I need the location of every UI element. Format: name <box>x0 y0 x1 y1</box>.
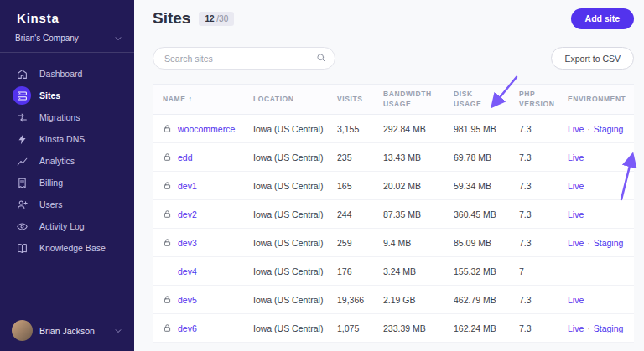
disk-cell: 981.95 MB <box>454 124 519 134</box>
site-name-link[interactable]: dev2 <box>178 209 197 219</box>
sidebar-item-users[interactable]: Users <box>0 194 134 215</box>
app-root: Kinsta Brian's Company Dashboard Sites M… <box>0 0 644 351</box>
main-content: Sites 12 /30 Add site Export to CSV NAME… <box>134 0 644 351</box>
visits-cell: 19,366 <box>337 295 383 305</box>
env-link-staging[interactable]: Staging <box>594 323 624 333</box>
env-link-live[interactable]: Live <box>568 295 584 305</box>
site-name-cell: woocommerce <box>163 124 253 134</box>
bandwidth-cell: 20.02 MB <box>383 181 454 191</box>
sidebar-item-dashboard[interactable]: Dashboard <box>0 63 134 85</box>
visits-cell: 176 <box>337 266 383 276</box>
table-header-row: NAME↑LOCATIONVISITSBANDWIDTH USAGEDISK U… <box>153 84 634 115</box>
disk-cell: 462.79 MB <box>454 295 519 305</box>
location-cell: Iowa (US Central) <box>253 124 337 134</box>
table-body: woocommerce Iowa (US Central) 3,155 292.… <box>153 115 634 343</box>
bandwidth-cell: 9.4 MB <box>383 238 454 248</box>
site-name-link[interactable]: dev3 <box>178 238 197 248</box>
table-row[interactable]: woocommerce Iowa (US Central) 3,155 292.… <box>153 115 634 143</box>
sidebar: Kinsta Brian's Company Dashboard Sites M… <box>0 0 134 351</box>
env-link-live[interactable]: Live <box>568 209 584 219</box>
table-row[interactable]: dev4 Iowa (US Central) 176 3.24 MB 155.3… <box>153 257 634 286</box>
bandwidth-cell: 13.43 MB <box>383 152 454 163</box>
env-separator: · <box>587 323 590 333</box>
sidebar-item-kinsta-dns[interactable]: Kinsta DNS <box>0 128 134 150</box>
table-row[interactable]: dev3 Iowa (US Central) 259 9.4 MB 85.09 … <box>153 229 634 257</box>
environment-cell: Live <box>568 152 634 163</box>
user-menu[interactable]: Brian Jackson <box>0 312 134 351</box>
add-site-button[interactable]: Add site <box>571 8 634 29</box>
env-link-staging[interactable]: Staging <box>594 238 624 248</box>
sidebar-item-label: Dashboard <box>39 69 82 79</box>
search-input[interactable] <box>153 47 335 70</box>
environment-cell: Live·Staging <box>568 124 634 134</box>
environment-cell: Live <box>568 209 634 219</box>
column-header-location[interactable]: LOCATION <box>253 95 337 105</box>
table-row[interactable]: dev5 Iowa (US Central) 19,366 2.19 GB 46… <box>153 286 634 314</box>
location-cell: Iowa (US Central) <box>253 238 337 248</box>
bandwidth-cell: 233.39 MB <box>383 323 454 333</box>
column-header-bandwidth-usage[interactable]: BANDWIDTH USAGE <box>383 90 454 110</box>
location-cell: Iowa (US Central) <box>253 209 337 219</box>
visits-cell: 235 <box>337 152 383 163</box>
php-version-cell: 7.3 <box>519 152 568 163</box>
chevron-down-icon <box>114 327 122 335</box>
site-name-link[interactable]: woocommerce <box>178 124 235 134</box>
table-row[interactable]: dev2 Iowa (US Central) 244 87.35 MB 360.… <box>153 200 634 229</box>
site-name-link[interactable]: dev6 <box>178 323 197 333</box>
search-icon <box>316 53 326 63</box>
column-header-visits[interactable]: VISITS <box>337 95 383 105</box>
disk-cell: 85.09 MB <box>454 238 519 248</box>
sidebar-item-label: Users <box>39 199 62 209</box>
site-name-link[interactable]: edd <box>178 152 193 163</box>
activity-log-icon <box>13 217 31 235</box>
location-cell: Iowa (US Central) <box>253 152 337 163</box>
sidebar-item-migrations[interactable]: Migrations <box>0 106 134 128</box>
sidebar-item-sites[interactable]: Sites <box>0 85 134 106</box>
location-cell: Iowa (US Central) <box>253 323 337 333</box>
bandwidth-cell: 292.84 MB <box>383 124 454 134</box>
sidebar-item-knowledge-base[interactable]: Knowledge Base <box>0 237 134 259</box>
env-link-staging[interactable]: Staging <box>594 124 624 134</box>
visits-cell: 1,075 <box>337 323 383 333</box>
sidebar-item-activity-log[interactable]: Activity Log <box>0 215 134 237</box>
table-row[interactable]: dev1 Iowa (US Central) 165 20.02 MB 59.3… <box>153 172 634 200</box>
table-row[interactable]: edd Iowa (US Central) 235 13.43 MB 69.78… <box>153 143 634 172</box>
sidebar-nav: Dashboard Sites Migrations Kinsta DNS An… <box>0 63 134 259</box>
column-header-disk-usage[interactable]: DISK USAGE <box>454 90 519 110</box>
column-header-php-version[interactable]: PHP VERSION <box>519 90 568 110</box>
column-header-environment[interactable]: ENVIRONMENT <box>568 95 634 105</box>
kinsta-logo: Kinsta <box>0 0 134 34</box>
site-name-cell: dev2 <box>163 209 253 219</box>
env-link-live[interactable]: Live <box>568 238 584 248</box>
bandwidth-cell: 87.35 MB <box>383 209 454 219</box>
sites-icon <box>13 86 31 105</box>
visits-cell: 165 <box>337 181 383 191</box>
lock-icon <box>163 124 172 133</box>
column-header-label: BANDWIDTH USAGE <box>383 90 435 110</box>
site-name-link[interactable]: dev5 <box>178 295 197 305</box>
table-row[interactable]: dev6 Iowa (US Central) 1,075 233.39 MB 1… <box>153 314 634 343</box>
lock-icon <box>163 238 172 247</box>
env-link-live[interactable]: Live <box>568 181 584 191</box>
export-csv-button[interactable]: Export to CSV <box>551 47 634 70</box>
disk-cell: 69.78 MB <box>454 152 519 163</box>
column-header-label: VISITS <box>337 95 363 105</box>
sort-ascending-icon: ↑ <box>188 95 192 103</box>
env-link-live[interactable]: Live <box>568 124 584 134</box>
company-selector[interactable]: Brian's Company <box>0 34 134 53</box>
env-link-live[interactable]: Live <box>568 323 584 333</box>
column-header-name[interactable]: NAME↑ <box>163 95 253 105</box>
chevron-down-icon <box>114 34 122 43</box>
site-name-link[interactable]: dev4 <box>178 266 197 276</box>
sidebar-item-billing[interactable]: Billing <box>0 172 134 194</box>
sidebar-item-analytics[interactable]: Analytics <box>0 150 134 172</box>
avatar <box>12 320 33 341</box>
sites-count-badge: 12 /30 <box>199 12 234 26</box>
company-name: Brian's Company <box>15 34 79 43</box>
site-name-link[interactable]: dev1 <box>178 181 197 191</box>
bandwidth-cell: 2.19 GB <box>383 295 454 305</box>
env-link-live[interactable]: Live <box>568 152 584 163</box>
sites-count-current: 12 <box>205 14 214 23</box>
sidebar-item-label: Migrations <box>39 112 80 122</box>
location-cell: Iowa (US Central) <box>253 295 337 305</box>
